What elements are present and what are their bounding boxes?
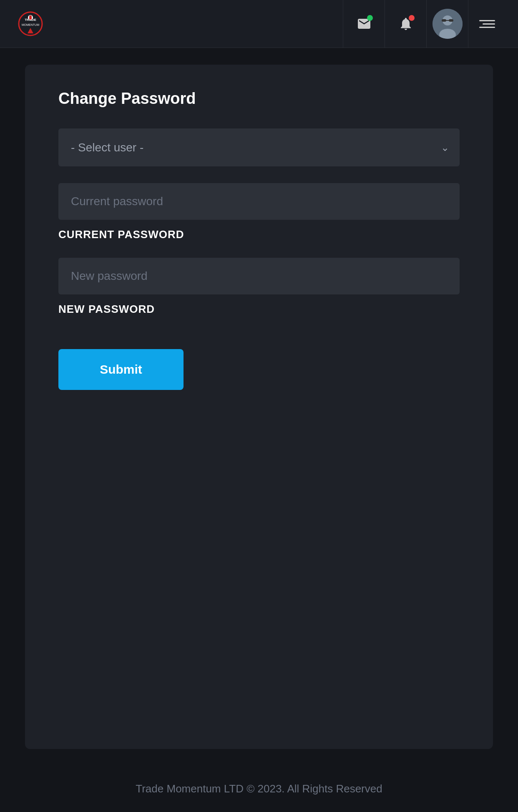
header: TRADE MOMENTUM [0,0,518,48]
avatar [433,9,463,39]
bell-icon-container [396,14,415,33]
svg-rect-11 [449,19,453,22]
avatar-image [433,9,463,39]
new-password-group: NEW PASSWORD [58,258,460,316]
notification-icon-wrapper[interactable] [385,0,426,48]
menu-line-3 [479,27,495,28]
current-password-group: CURRENT PASSWORD [58,183,460,241]
select-user[interactable]: - Select user - [58,128,460,166]
notification-badge [409,15,415,21]
mail-icon-container [355,14,374,33]
mail-icon-wrapper[interactable] [343,0,385,48]
footer-text: Trade Momentum LTD © 2023. All Rights Re… [136,782,382,795]
new-password-label: NEW PASSWORD [58,303,460,316]
current-password-input[interactable] [58,183,460,220]
menu-icon [479,20,495,28]
header-icons [343,0,505,48]
logo: TRADE MOMENTUM [14,7,47,40]
footer: Trade Momentum LTD © 2023. All Rights Re… [0,766,518,812]
menu-line-2 [483,23,495,25]
main-content: Change Password - Select user - ⌄ CURREN… [0,48,518,766]
svg-rect-6 [29,15,32,20]
submit-button[interactable]: Submit [58,349,184,390]
svg-rect-10 [442,19,446,22]
current-password-label: CURRENT PASSWORD [58,228,460,241]
new-password-input[interactable] [58,258,460,294]
avatar-wrapper[interactable] [426,0,468,48]
form-title: Change Password [58,90,460,108]
menu-wrapper[interactable] [468,0,505,48]
svg-text:MOMENTUM: MOMENTUM [22,23,39,26]
logo-container[interactable]: TRADE MOMENTUM [13,6,48,42]
select-user-group: - Select user - ⌄ [58,128,460,166]
menu-line-1 [479,20,495,21]
card: Change Password - Select user - ⌄ CURREN… [25,65,493,749]
mail-badge [367,15,373,21]
